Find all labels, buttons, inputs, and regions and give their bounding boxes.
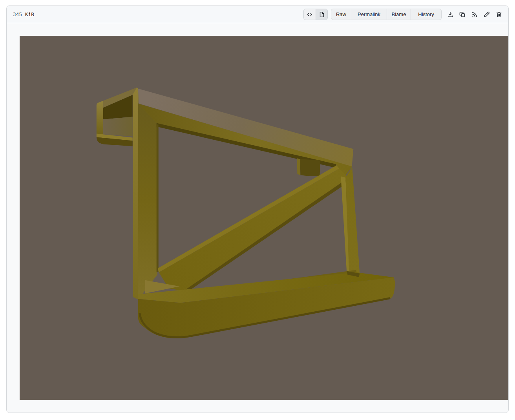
file-header-controls: Raw Permalink Blame History <box>303 9 502 20</box>
file-size-label: 345 KiB <box>13 11 34 17</box>
pencil-icon <box>484 11 490 18</box>
view-toggle <box>303 9 328 20</box>
rss-feed-button[interactable] <box>471 11 478 18</box>
model-3d-render <box>20 36 508 400</box>
raw-button[interactable]: Raw <box>331 9 351 20</box>
copy-icon <box>459 11 466 18</box>
trash-icon <box>496 11 502 18</box>
file-view-card: 345 KiB <box>6 5 509 413</box>
rss-icon <box>471 11 478 18</box>
file-icon-actions <box>447 11 502 18</box>
rendered-view-button[interactable] <box>316 9 327 20</box>
delete-button[interactable] <box>496 11 502 18</box>
file-header: 345 KiB <box>7 6 508 23</box>
source-view-button[interactable] <box>304 9 316 20</box>
file-action-buttons: Raw Permalink Blame History <box>331 9 442 20</box>
copy-button[interactable] <box>459 11 466 18</box>
history-button[interactable]: History <box>411 9 441 20</box>
file-icon <box>319 11 325 18</box>
download-icon <box>447 11 453 18</box>
permalink-button[interactable]: Permalink <box>351 9 387 20</box>
code-icon <box>307 11 313 18</box>
edit-button[interactable] <box>484 11 490 18</box>
blame-button[interactable]: Blame <box>387 9 411 20</box>
download-button[interactable] <box>447 11 453 18</box>
model-3d-canvas[interactable] <box>20 36 508 400</box>
